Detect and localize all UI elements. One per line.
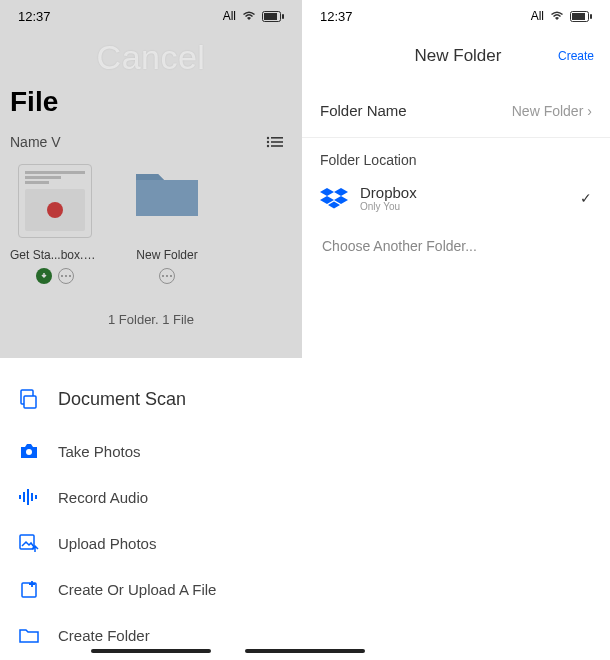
svg-point-5 <box>267 141 269 143</box>
svg-point-14 <box>170 275 172 277</box>
svg-rect-26 <box>572 13 585 20</box>
create-button[interactable]: Create <box>558 49 594 63</box>
action-label: Record Audio <box>58 489 148 506</box>
battery-icon <box>570 11 592 22</box>
svg-point-7 <box>267 145 269 147</box>
wifi-icon <box>550 11 564 21</box>
svg-point-11 <box>69 275 71 277</box>
svg-rect-18 <box>19 495 21 499</box>
network-label: All <box>223 9 236 23</box>
summary-label: 1 Folder. 1 File <box>0 312 302 327</box>
folder-thumbnail <box>130 164 204 238</box>
create-file-icon <box>18 578 40 600</box>
svg-rect-22 <box>35 495 37 499</box>
svg-rect-6 <box>271 141 283 143</box>
svg-point-13 <box>166 275 168 277</box>
more-icon[interactable] <box>159 268 175 284</box>
action-sheet: Document Scan Take Photos Record Audio U… <box>0 358 302 660</box>
action-label: Create Or Upload A File <box>58 581 216 598</box>
folder-name-value: New Folder <box>512 103 584 119</box>
svg-rect-27 <box>590 14 592 19</box>
status-bar: 12:37 All <box>0 0 302 32</box>
camera-icon <box>18 440 40 462</box>
svg-rect-20 <box>27 489 29 505</box>
file-name: Get Sta...box.PDF <box>10 248 100 262</box>
left-screen: 12:37 All Cancel File Name V Get Sta...b… <box>0 0 302 660</box>
svg-rect-16 <box>24 396 36 408</box>
audio-icon <box>18 486 40 508</box>
location-name: Dropbox <box>360 184 568 201</box>
folder-name-label: Folder Name <box>320 102 407 119</box>
svg-rect-24 <box>22 583 36 597</box>
file-name: New Folder <box>122 248 212 262</box>
svg-rect-8 <box>271 145 283 147</box>
action-take-photos[interactable]: Take Photos <box>0 428 302 474</box>
file-item-pdf[interactable]: Get Sta...box.PDF <box>10 164 100 284</box>
folder-name-row[interactable]: Folder Name New Folder › <box>302 84 610 138</box>
check-icon: ✓ <box>580 190 592 206</box>
svg-point-10 <box>65 275 67 277</box>
scan-icon <box>18 388 40 410</box>
action-upload-photos[interactable]: Upload Photos <box>0 520 302 566</box>
status-time: 12:37 <box>18 9 51 24</box>
more-icon[interactable] <box>58 268 74 284</box>
location-section-label: Folder Location <box>302 152 610 168</box>
modal-title: New Folder <box>358 46 558 66</box>
sort-label[interactable]: Name V <box>10 134 61 150</box>
status-time: 12:37 <box>320 9 353 24</box>
location-dropbox[interactable]: Dropbox Only You ✓ <box>302 172 610 224</box>
chevron-right-icon: › <box>587 103 592 119</box>
home-indicator[interactable] <box>91 649 211 653</box>
action-document-scan[interactable]: Document Scan <box>0 376 302 428</box>
svg-rect-4 <box>271 137 283 139</box>
list-icon <box>266 136 284 148</box>
action-label: Upload Photos <box>58 535 156 552</box>
battery-icon <box>262 11 284 22</box>
status-indicators: All <box>223 9 284 23</box>
folder-icon <box>18 624 40 646</box>
cancel-label[interactable]: Cancel <box>97 38 206 77</box>
dropbox-icon <box>320 186 348 210</box>
sync-badge-icon <box>36 268 52 284</box>
home-indicator[interactable] <box>245 649 365 653</box>
svg-rect-2 <box>282 14 284 19</box>
svg-rect-1 <box>264 13 277 20</box>
file-item-folder[interactable]: New Folder <box>122 164 212 284</box>
location-sub: Only You <box>360 201 568 212</box>
status-indicators: All <box>531 9 592 23</box>
upload-photo-icon <box>18 532 40 554</box>
action-label: Document Scan <box>58 389 186 410</box>
svg-point-3 <box>267 137 269 139</box>
right-screen: 12:37 All New Folder Create Folder Name … <box>302 0 610 660</box>
svg-point-17 <box>26 449 32 455</box>
wifi-icon <box>242 11 256 21</box>
action-label: Take Photos <box>58 443 141 460</box>
svg-rect-19 <box>23 492 25 502</box>
network-label: All <box>531 9 544 23</box>
list-view-toggle[interactable] <box>266 136 284 148</box>
action-label: Create Folder <box>58 627 150 644</box>
status-bar: 12:37 All <box>302 0 610 32</box>
choose-another-folder[interactable]: Choose Another Folder... <box>302 224 610 268</box>
svg-point-9 <box>61 275 63 277</box>
action-create-upload-file[interactable]: Create Or Upload A File <box>0 566 302 612</box>
action-record-audio[interactable]: Record Audio <box>0 474 302 520</box>
pdf-thumbnail <box>18 164 92 238</box>
svg-point-12 <box>162 275 164 277</box>
svg-rect-21 <box>31 493 33 501</box>
